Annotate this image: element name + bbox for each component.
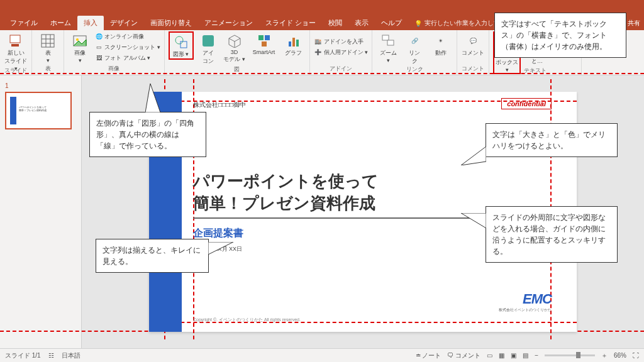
comments-button[interactable]: 🗨 コメント: [447, 351, 480, 360]
action-label: 動作: [435, 49, 447, 57]
svg-rect-15: [265, 35, 270, 40]
zoom-level[interactable]: 66%: [614, 352, 626, 359]
album-button[interactable]: 🖼フォト アルバム ▾: [94, 53, 160, 63]
tab-animation[interactable]: アニメーション: [198, 16, 259, 30]
link-label: リン ク: [409, 49, 420, 65]
svg-rect-1: [11, 44, 19, 47]
copyright[interactable]: Copyright ©. イベントのつくりかた All rights reser…: [193, 317, 301, 323]
comment-button[interactable]: 💬 コメント: [461, 31, 485, 57]
link-button[interactable]: 🔗 リン ク: [402, 31, 426, 65]
action-button[interactable]: ✴ 動作: [429, 31, 453, 57]
tab-slideshow[interactable]: スライド ショー: [259, 16, 322, 30]
slide-number: 1: [5, 82, 9, 89]
shapes-label: 図形 ▾: [173, 50, 189, 58]
link-icon: 🔗: [408, 34, 421, 48]
screenshot-button[interactable]: ▭スクリーンショット ▾: [94, 42, 160, 52]
zoom-out-button[interactable]: −: [535, 352, 538, 359]
group-image-label: 画像: [68, 65, 160, 74]
title-line2[interactable]: 簡単！プレゼン資料作成: [193, 192, 375, 214]
callout-guide: スライドの外周部に文字や図形などを入れる場合、ガイドの内側に沿うように配置すると…: [486, 206, 618, 263]
tab-file[interactable]: ファイル: [4, 16, 44, 30]
svg-marker-26: [145, 84, 160, 112]
notes-button[interactable]: ≐ ノート: [416, 351, 441, 360]
svg-point-8: [76, 38, 79, 41]
smartart-icon: [257, 34, 271, 48]
logo-big: EMC: [499, 291, 552, 307]
logo[interactable]: EMC 株式会社イベントのつくりかた: [499, 291, 552, 313]
view-slideshow-icon[interactable]: ▤: [523, 352, 528, 359]
group-table-label: 表: [36, 65, 60, 74]
view-normal-icon[interactable]: ▭: [487, 352, 492, 359]
share-button[interactable]: 共有: [628, 19, 640, 28]
zoom-thumb[interactable]: [576, 352, 580, 358]
subtitle[interactable]: 企画提案書: [193, 227, 243, 240]
shapes-button[interactable]: 図形 ▾: [169, 31, 194, 60]
svg-marker-27: [208, 242, 233, 255]
callout-tail-icon: [208, 242, 233, 261]
svg-rect-0: [10, 35, 20, 43]
store-icon: 🏬: [314, 37, 323, 46]
getaddin-button[interactable]: 🏬アドインを入手: [314, 36, 369, 47]
table-label: 表 ▾: [45, 49, 51, 63]
svg-rect-20: [382, 35, 389, 40]
online-image-button[interactable]: 🌐オンライン画像: [94, 31, 160, 41]
svg-rect-11: [203, 35, 214, 47]
tab-design[interactable]: デザイン: [104, 16, 144, 30]
myaddin-button[interactable]: ➕個人用アドイン ▾: [314, 47, 369, 57]
zoom-slider[interactable]: [545, 354, 595, 356]
confidential-label[interactable]: confidential: [501, 98, 552, 109]
status-slide[interactable]: スライド 1/1: [5, 351, 41, 360]
tab-insert[interactable]: 挿入: [77, 16, 104, 30]
image-button[interactable]: 画像 ▾: [68, 31, 92, 63]
logo-sub: 株式会社イベントのつくりかた: [499, 307, 552, 313]
cube-icon: [228, 34, 242, 48]
callout-align: 文字列は揃えると、キレイに見える。: [96, 239, 209, 273]
group-slide: 新しい スライド ▾ スライド: [0, 30, 32, 75]
icons-button[interactable]: アイ コン: [196, 31, 220, 65]
tab-review[interactable]: 校閲: [322, 16, 348, 30]
svg-marker-29: [461, 213, 486, 228]
view-reading-icon[interactable]: ▣: [511, 352, 516, 359]
fit-button[interactable]: ⛶: [633, 352, 639, 359]
group-addin-label: アドイン: [314, 65, 369, 74]
tab-view[interactable]: 表示: [348, 16, 375, 30]
addin-icon: ➕: [314, 48, 323, 57]
model3d-label: 3D モデル ▾: [223, 49, 245, 63]
chart-icon: [287, 34, 301, 48]
image-label: 画像 ▾: [74, 49, 86, 63]
table-icon: [41, 34, 55, 48]
model3d-button[interactable]: 3D モデル ▾: [223, 31, 247, 63]
svg-rect-2: [42, 35, 54, 47]
new-slide-button[interactable]: 新しい スライド ▾: [4, 31, 28, 72]
comment-label: コメント: [462, 49, 484, 57]
group-comment-label: コメント: [461, 65, 485, 74]
smartart-button[interactable]: SmartArt: [249, 31, 279, 55]
table-button[interactable]: 表 ▾: [36, 31, 60, 63]
callout-tail-icon: [461, 146, 486, 165]
status-lang[interactable]: 日本語: [62, 351, 80, 360]
tab-home[interactable]: ホーム: [44, 16, 77, 30]
guide-horizontal: [0, 73, 644, 74]
zoom-in-button[interactable]: ＋: [601, 351, 608, 360]
group-addin: 🏬アドインを入手 ➕個人用アドイン ▾ アドイン: [310, 30, 373, 75]
zoom-button[interactable]: ズーム ▾: [376, 31, 400, 63]
tab-help[interactable]: ヘルプ: [375, 16, 408, 30]
chart-button[interactable]: グラフ: [282, 31, 306, 57]
title-line1[interactable]: パワーポイントを使って: [193, 170, 379, 192]
callout-contrast: 文字は「大きさ」と「色」でメリハリをつけるとよい。: [486, 123, 618, 157]
thumb-blue-rect: [10, 97, 16, 124]
thumb-text: パワーポイントを使って簡単！プレゼン資料作成: [19, 106, 67, 112]
view-sorter-icon[interactable]: ▦: [499, 352, 504, 359]
callout-shapes: 左側の青は「図形」の「四角形」、真ん中の横の線は「線」で作っている。: [89, 112, 206, 157]
company-text[interactable]: 株式会社□□□□御中: [193, 101, 246, 109]
status-bar: スライド 1/1 ☷ 日本語 ≐ ノート 🗨 コメント ▭ ▦ ▣ ▤ − ＋ …: [0, 348, 644, 362]
svg-rect-14: [258, 35, 264, 40]
svg-rect-17: [289, 41, 291, 47]
status-accessibility-icon[interactable]: ☷: [48, 352, 54, 359]
svg-rect-10: [180, 41, 187, 48]
slide-thumbnail-1[interactable]: パワーポイントを使って簡単！プレゼン資料作成: [5, 92, 72, 129]
smartart-label: SmartArt: [253, 49, 275, 55]
tab-transition[interactable]: 画面切り替え: [144, 16, 198, 30]
callout-tail-icon: [461, 213, 486, 232]
album-icon: 🖼: [94, 53, 103, 62]
